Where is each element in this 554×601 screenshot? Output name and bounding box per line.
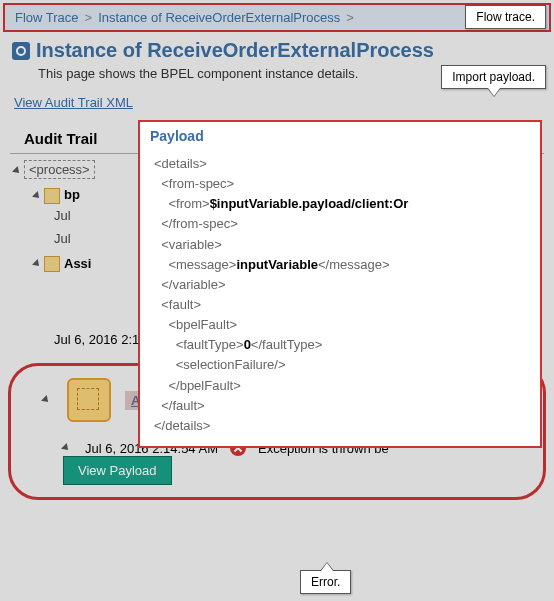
expand-icon[interactable] [61,443,71,453]
file-icon [44,256,60,272]
assign-big-icon [67,378,111,422]
process-node: <process> [24,160,95,179]
expand-icon[interactable] [32,191,42,201]
assi-node: Assi [64,256,91,271]
callout-error: Error. [300,570,351,594]
expand-icon[interactable] [32,259,42,269]
callout-flow-trace: Flow trace. [465,5,546,29]
view-audit-xml-link[interactable]: View Audit Trail XML [14,95,133,110]
callout-import-payload: Import payload. [441,65,546,89]
crumb-instance[interactable]: Instance of ReceiveOrderExternalProcess [98,10,340,25]
popup-title: Payload [140,122,540,150]
expand-icon[interactable] [41,395,51,405]
view-payload-button[interactable]: View Payload [63,456,172,485]
payload-popup: Payload <details> <from-spec> <from>$inp… [138,120,542,448]
payload-body: <details> <from-spec> <from>$inputVariab… [140,150,540,446]
page-title: Instance of ReceiveOrderExternalProcess [12,39,542,62]
gear-icon [12,42,30,60]
bp-node: bp [64,187,80,202]
file-icon [44,188,60,204]
expand-icon[interactable] [12,166,22,176]
crumb-flow-trace[interactable]: Flow Trace [15,10,79,25]
crumb-sep2: > [346,10,354,25]
crumb-sep: > [85,10,93,25]
page-title-text: Instance of ReceiveOrderExternalProcess [36,39,434,62]
